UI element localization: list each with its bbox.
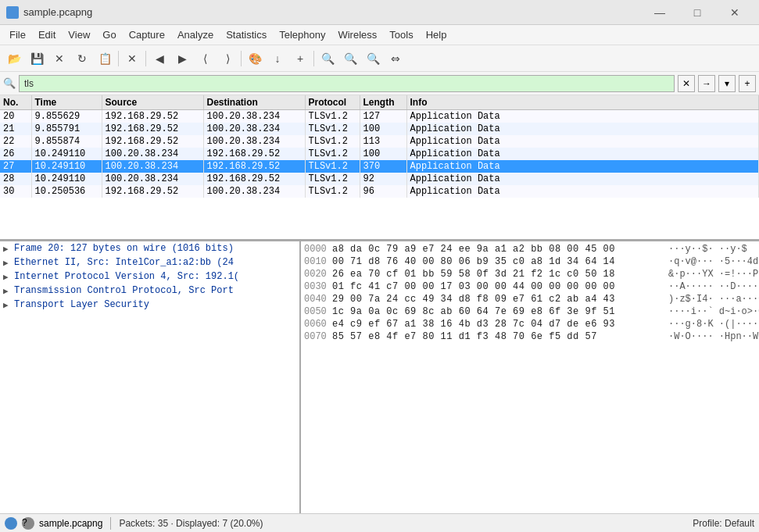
table-row[interactable]: 2810.249110100.20.38.234192.168.29.52TLS… xyxy=(0,173,759,185)
hex-offset: 0070 xyxy=(304,331,332,342)
hex-bytes: 29 00 7a 24 cc 49 34 d8 f8 09 e7 61 c2 a… xyxy=(332,294,662,305)
filter-apply-button[interactable]: → xyxy=(698,75,715,92)
minimize-button[interactable]: — xyxy=(642,3,678,22)
menu-item-capture[interactable]: Capture xyxy=(123,27,171,42)
table-row[interactable]: 3010.250536192.168.29.52100.20.38.234TLS… xyxy=(0,185,759,198)
sep4 xyxy=(313,51,314,66)
go-forward-icon[interactable]: ▶ xyxy=(171,48,193,69)
tree-item[interactable]: ▶Transmission Control Protocol, Src Port xyxy=(0,284,299,298)
tree-item[interactable]: ▶Transport Layer Security xyxy=(0,298,299,312)
menu-item-statistics[interactable]: Statistics xyxy=(220,27,273,42)
hex-offset: 0030 xyxy=(304,281,332,292)
menu-item-view[interactable]: View xyxy=(62,27,96,42)
hex-bytes: 00 71 d8 76 40 00 80 06 b9 35 c0 a8 1d 3… xyxy=(332,256,662,267)
reload-icon[interactable]: ↻ xyxy=(71,48,93,69)
status-packets: Packets: 35 · Displayed: 7 (20.0%) xyxy=(119,518,263,529)
go-last-icon[interactable]: ⟩ xyxy=(217,48,238,69)
go-back-icon[interactable]: ◀ xyxy=(149,48,170,69)
hex-bytes: 85 57 e8 4f e7 80 11 d1 f3 48 70 6e f5 d… xyxy=(332,331,662,342)
zoom-in-icon[interactable]: + xyxy=(289,48,311,69)
tree-expand-icon: ▶ xyxy=(3,300,14,310)
hex-bytes: e4 c9 ef 67 a1 38 16 4b d3 28 7c 04 d7 d… xyxy=(332,319,662,330)
filter-clear-button[interactable]: ✕ xyxy=(678,75,695,92)
zoom-icon[interactable]: 🔍 xyxy=(339,48,361,69)
hex-offset: 0020 xyxy=(304,269,332,280)
packet-table-header: No. Time Source Destination Protocol Len… xyxy=(0,95,759,110)
menu-item-analyze[interactable]: Analyze xyxy=(171,27,220,42)
packet-list: No. Time Source Destination Protocol Len… xyxy=(0,95,759,240)
tree-item-label: Transmission Control Protocol, Src Port xyxy=(14,285,234,296)
hex-offset: 0000 xyxy=(304,244,332,255)
table-row[interactable]: 2610.249110100.20.38.234192.168.29.52TLS… xyxy=(0,148,759,160)
menu-item-tools[interactable]: Tools xyxy=(383,27,419,42)
close-button[interactable]: ✕ xyxy=(717,3,753,22)
hex-ascii: ··A····· ··D····· xyxy=(662,281,756,292)
col-header-time: Time xyxy=(31,95,102,110)
autoscroll-icon[interactable]: ↓ xyxy=(267,48,288,69)
packet-tree: ▶Frame 20: 127 bytes on wire (1016 bits)… xyxy=(0,241,301,513)
open-file-icon[interactable]: 📂 xyxy=(3,48,25,69)
hex-offset: 0060 xyxy=(304,319,332,330)
close-capture-icon[interactable]: ✕ xyxy=(48,48,70,69)
status-separator xyxy=(110,517,111,530)
table-row[interactable]: 209.855629192.168.29.52100.20.38.234TLSv… xyxy=(0,110,759,123)
zoom-out-icon[interactable]: 🔍 xyxy=(317,48,338,69)
tree-item[interactable]: ▶Ethernet II, Src: IntelCor_a1:a2:bb (24 xyxy=(0,255,299,270)
hex-bytes: a8 da 0c 79 a9 e7 24 ee 9a a1 a2 bb 08 0… xyxy=(332,244,662,255)
resize-col-icon[interactable]: ⇔ xyxy=(385,48,406,69)
hex-bytes: 26 ea 70 cf 01 bb 59 58 0f 3d 21 f2 1c c… xyxy=(332,269,662,280)
table-row[interactable]: 2710.249110100.20.38.234192.168.29.52TLS… xyxy=(0,160,759,173)
hex-ascii: &·p···YX ·=!···P· xyxy=(662,269,756,280)
menu-item-go[interactable]: Go xyxy=(96,27,122,42)
tree-expand-icon: ▶ xyxy=(3,286,14,296)
menu-item-file[interactable]: File xyxy=(3,27,32,42)
status-icon-capture xyxy=(5,517,17,530)
menu-item-help[interactable]: Help xyxy=(420,27,453,42)
sep3 xyxy=(241,51,242,66)
app-icon xyxy=(6,6,19,19)
go-first-icon[interactable]: ⟨ xyxy=(194,48,216,69)
open-recent-icon[interactable]: 📋 xyxy=(94,48,116,69)
save-icon[interactable]: 💾 xyxy=(26,48,48,69)
col-header-length: Length xyxy=(360,95,406,110)
hex-ascii: ·W·O···· ·Hpn··W xyxy=(662,331,756,342)
zoom-fit-icon[interactable]: 🔍 xyxy=(362,48,384,69)
find-icon[interactable]: ✕ xyxy=(121,48,143,69)
table-row[interactable]: 219.855791192.168.29.52100.20.38.234TLSv… xyxy=(0,123,759,135)
maximize-button[interactable]: □ xyxy=(679,3,715,22)
col-header-no: No. xyxy=(0,95,31,110)
bottom-area: ▶Frame 20: 127 bytes on wire (1016 bits)… xyxy=(0,240,759,513)
window-title: sample.pcapng xyxy=(23,6,92,18)
hex-bytes: 1c 9a 0a 0c 69 8c ab 60 64 7e 69 e8 6f 3… xyxy=(332,306,662,317)
tree-expand-icon: ▶ xyxy=(3,272,14,282)
col-header-protocol: Protocol xyxy=(305,95,360,110)
hex-bytes: 01 fc 41 c7 00 00 17 03 00 00 44 00 00 0… xyxy=(332,281,662,292)
hex-offset: 0010 xyxy=(304,256,332,267)
menu-item-telephony[interactable]: Telephony xyxy=(273,27,331,42)
filter-input[interactable] xyxy=(19,75,675,92)
menu-item-edit[interactable]: Edit xyxy=(32,27,62,42)
tree-item-label: Ethernet II, Src: IntelCor_a1:a2:bb (24 xyxy=(14,257,234,268)
hex-row: 002026 ea 70 cf 01 bb 59 58 0f 3d 21 f2 … xyxy=(303,268,757,280)
hex-ascii: ····i··` d~i·o>·Q xyxy=(662,306,756,317)
hex-row: 004029 00 7a 24 cc 49 34 d8 f8 09 e7 61 … xyxy=(303,293,757,305)
tree-expand-icon: ▶ xyxy=(3,244,14,254)
packet-table: No. Time Source Destination Protocol Len… xyxy=(0,95,759,198)
tree-item[interactable]: ▶Frame 20: 127 bytes on wire (1016 bits) xyxy=(0,241,299,255)
col-header-info: Info xyxy=(406,95,759,110)
menu-bar: FileEditViewGoCaptureAnalyzeStatisticsTe… xyxy=(0,25,759,45)
colorize-icon[interactable]: 🎨 xyxy=(244,48,266,69)
status-bar: ? sample.pcapng Packets: 35 · Displayed:… xyxy=(0,513,759,532)
table-row[interactable]: 229.855874192.168.29.52100.20.38.234TLSv… xyxy=(0,135,759,148)
filter-dropdown-button[interactable]: ▾ xyxy=(718,75,736,92)
hex-ascii: ·q·v@··· ·5···4d· xyxy=(662,256,756,267)
filter-icon: 🔍 xyxy=(3,77,16,89)
filter-add-button[interactable]: + xyxy=(739,75,756,92)
hex-area: 0000a8 da 0c 79 a9 e7 24 ee 9a a1 a2 bb … xyxy=(301,241,759,513)
filter-bar: 🔍 ✕ → ▾ + xyxy=(0,72,759,95)
hex-row: 0060e4 c9 ef 67 a1 38 16 4b d3 28 7c 04 … xyxy=(303,318,757,330)
menu-item-wireless[interactable]: Wireless xyxy=(331,27,383,42)
hex-ascii: )·z$·I4· ···a···C xyxy=(662,294,756,305)
tree-item[interactable]: ▶Internet Protocol Version 4, Src: 192.1… xyxy=(0,270,299,284)
col-header-destination: Destination xyxy=(203,95,305,110)
